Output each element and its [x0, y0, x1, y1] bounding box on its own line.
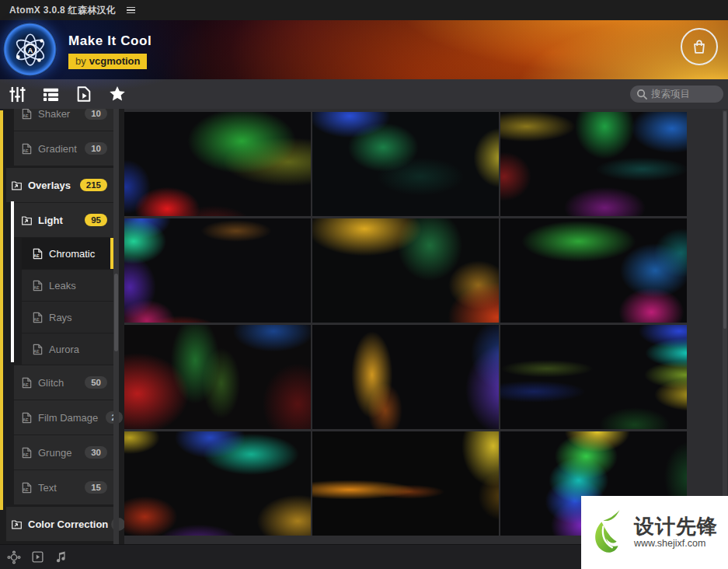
sidebar-item-label: Grunge	[38, 447, 71, 459]
plugin-settings-icon[interactable]	[6, 550, 22, 565]
thumbnail-9[interactable]	[500, 325, 687, 429]
search-box	[630, 86, 723, 103]
thumbnail-panel	[124, 109, 728, 544]
sidebar-item-overlays[interactable]: Overlays215	[6, 168, 113, 202]
ae-file-icon: AE	[21, 482, 33, 494]
thumbnail-2[interactable]	[312, 112, 499, 216]
thumbnail-10[interactable]	[124, 431, 311, 536]
thumbnail-1[interactable]	[124, 112, 311, 216]
sidebar-item-label: Light	[38, 215, 63, 226]
count-badge: 30	[85, 446, 107, 459]
ae-file-icon: AE	[21, 412, 33, 424]
thumbnail-7[interactable]	[124, 325, 311, 429]
banner-title: Make It Cool	[68, 33, 152, 49]
atomx-logo: A	[3, 23, 57, 76]
byline-prefix: by	[75, 55, 86, 67]
expanded-group-indicator-yellow	[0, 110, 3, 510]
thumbnail-3[interactable]	[500, 112, 687, 216]
app-window: AtomX 3.0.8 红森林汉化 A Make It Cool byvcgmo…	[0, 0, 728, 569]
search-icon	[636, 89, 648, 100]
thumbnail-8[interactable]	[312, 325, 499, 429]
sidebar-item-light[interactable]: Light95	[14, 203, 113, 237]
hamburger-menu-icon[interactable]	[127, 7, 135, 14]
leaf-logo-icon	[591, 508, 629, 557]
ae-file-icon: AE	[32, 312, 44, 323]
thumbnail-11[interactable]	[312, 431, 499, 536]
atom-icon: A	[11, 30, 50, 69]
titlebar: AtomX 3.0.8 红森林汉化	[0, 0, 728, 20]
byline-author: vcgmotion	[89, 55, 141, 67]
favorites-star-icon[interactable]	[108, 85, 127, 103]
watermark-brand: 设计先锋	[634, 516, 718, 537]
ae-file-icon: AE	[21, 447, 33, 459]
svg-text:AE: AE	[23, 113, 29, 117]
folder-icon	[11, 180, 23, 191]
sidebar-item-glitch[interactable]: AEGlitch50	[14, 365, 113, 400]
sidebar-item-aurora[interactable]: AEAurora	[22, 333, 113, 365]
sidebar-item-gradient[interactable]: AEGradient10	[14, 131, 113, 166]
ae-file-icon: AE	[21, 109, 33, 120]
svg-text:AE: AE	[33, 316, 40, 321]
sidebar-scrollbar-thumb[interactable]	[114, 274, 118, 351]
ae-file-icon: AE	[32, 344, 44, 355]
ae-file-icon: AE	[32, 248, 44, 260]
window-title: AtomX 3.0.8 红森林汉化	[9, 4, 116, 17]
sidebar-item-label: Glitch	[38, 377, 64, 389]
sidebar-item-color-correction[interactable]: Color Correction	[6, 507, 113, 541]
grid-scrollbar-thumb[interactable]	[723, 111, 726, 329]
svg-text:A: A	[27, 46, 33, 54]
grid-scrollbar[interactable]	[723, 110, 727, 543]
count-badge: 10	[85, 142, 107, 155]
content-area: AEShaker10AEGradient10Overlays215Light95…	[0, 109, 728, 544]
ae-file-icon: AE	[32, 280, 44, 291]
svg-text:AE: AE	[23, 452, 29, 456]
thumbnail-5[interactable]	[312, 218, 499, 323]
svg-text:AE: AE	[23, 487, 29, 491]
shop-button[interactable]	[681, 28, 718, 65]
ae-file-icon: AE	[21, 377, 33, 389]
sidebar-item-label: Chromatic	[49, 248, 95, 260]
video-preview-icon[interactable]	[30, 550, 45, 565]
watermark: 设计先锋 www.shejixf.com	[581, 496, 728, 569]
music-icon[interactable]	[53, 550, 68, 565]
sidebar: AEShaker10AEGradient10Overlays215Light95…	[0, 109, 124, 544]
svg-text:AE: AE	[23, 382, 29, 386]
sidebar-item-grunge[interactable]: AEGrunge30	[14, 435, 113, 470]
video-file-icon[interactable]	[75, 85, 93, 103]
count-badge: 15	[85, 481, 107, 494]
svg-text:AE: AE	[23, 148, 29, 152]
sidebar-item-film-damage[interactable]: AEFilm Damage2	[14, 400, 113, 435]
thumbnail-grid	[124, 112, 687, 536]
sidebar-item-chromatic[interactable]: AEChromatic	[22, 238, 113, 269]
sidebar-item-label: Overlays	[28, 180, 71, 191]
sidebar-item-text[interactable]: AEText15	[14, 470, 113, 504]
folder-icon	[11, 518, 23, 530]
sidebar-item-label: Rays	[49, 312, 72, 323]
banner-byline: byvcgmotion	[68, 54, 147, 69]
sidebar-scrollbar[interactable]	[113, 109, 119, 544]
count-badge: 95	[85, 214, 107, 226]
sidebar-item-leaks[interactable]: AELeaks	[22, 270, 113, 301]
list-view-icon[interactable]	[41, 85, 60, 103]
thumbnail-6[interactable]	[500, 218, 687, 323]
svg-text:AE: AE	[33, 348, 40, 353]
filters-sliders-icon[interactable]	[8, 85, 26, 103]
watermark-url: www.shejixf.com	[634, 539, 718, 549]
svg-text:AE: AE	[33, 253, 40, 257]
sidebar-item-label: Color Correction	[28, 518, 108, 530]
sidebar-item-label: Leaks	[49, 280, 76, 291]
sidebar-item-rays[interactable]: AERays	[22, 302, 113, 333]
toolbar	[0, 79, 728, 109]
count-badge: 50	[85, 376, 107, 389]
sidebar-item-shaker[interactable]: AEShaker10	[14, 109, 113, 131]
shopping-bag-icon	[691, 38, 708, 55]
sidebar-item-label: Gradient	[38, 143, 77, 155]
header-banner: A Make It Cool byvcgmotion	[0, 20, 728, 79]
svg-text:AE: AE	[23, 417, 29, 421]
svg-text:AE: AE	[33, 284, 40, 289]
ae-file-icon: AE	[21, 143, 33, 155]
count-badge: 10	[85, 109, 107, 120]
folder-icon	[21, 215, 33, 226]
thumbnail-4[interactable]	[124, 218, 311, 323]
count-badge: 215	[80, 179, 107, 191]
